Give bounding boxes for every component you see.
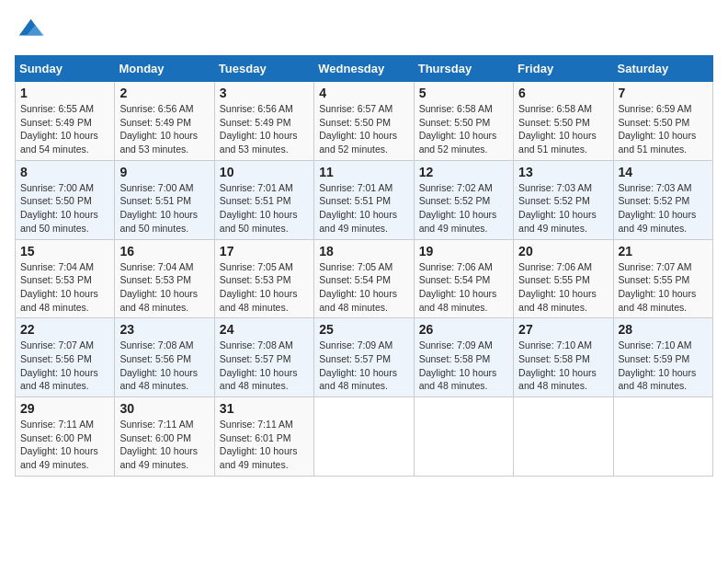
day-number: 1 xyxy=(20,86,109,100)
day-info: Sunrise: 7:02 AM Sunset: 5:52 PM Dayligh… xyxy=(419,181,508,236)
calendar-cell: 5 Sunrise: 6:58 AM Sunset: 5:50 PM Dayli… xyxy=(414,82,513,161)
calendar-cell: 26 Sunrise: 7:09 AM Sunset: 5:58 PM Dayl… xyxy=(414,318,513,397)
calendar-cell: 10 Sunrise: 7:01 AM Sunset: 5:51 PM Dayl… xyxy=(214,160,313,239)
calendar-week-row: 29 Sunrise: 7:11 AM Sunset: 6:00 PM Dayl… xyxy=(16,397,713,477)
day-number: 19 xyxy=(419,244,508,259)
day-info: Sunrise: 7:00 AM Sunset: 5:51 PM Dayligh… xyxy=(119,181,209,236)
calendar-cell: 9 Sunrise: 7:00 AM Sunset: 5:51 PM Dayli… xyxy=(115,160,214,239)
day-info: Sunrise: 6:57 AM Sunset: 5:50 PM Dayligh… xyxy=(319,102,408,156)
calendar-cell: 23 Sunrise: 7:08 AM Sunset: 5:56 PM Dayl… xyxy=(115,318,214,397)
day-info: Sunrise: 6:55 AM Sunset: 5:49 PM Dayligh… xyxy=(20,102,109,156)
day-info: Sunrise: 7:04 AM Sunset: 5:53 PM Dayligh… xyxy=(119,260,209,315)
weekday-header-friday: Friday xyxy=(514,56,613,82)
calendar-cell: 8 Sunrise: 7:00 AM Sunset: 5:50 PM Dayli… xyxy=(16,160,115,239)
calendar-cell: 17 Sunrise: 7:05 AM Sunset: 5:53 PM Dayl… xyxy=(214,239,313,318)
day-info: Sunrise: 7:07 AM Sunset: 5:56 PM Dayligh… xyxy=(20,339,109,393)
day-number: 27 xyxy=(518,322,608,337)
day-number: 14 xyxy=(619,165,708,179)
calendar-cell: 13 Sunrise: 7:03 AM Sunset: 5:52 PM Dayl… xyxy=(514,160,613,239)
day-number: 15 xyxy=(20,244,109,259)
day-info: Sunrise: 7:01 AM Sunset: 5:51 PM Dayligh… xyxy=(319,181,408,236)
weekday-header-monday: Monday xyxy=(115,56,214,82)
day-info: Sunrise: 7:11 AM Sunset: 6:00 PM Dayligh… xyxy=(119,418,209,472)
day-number: 3 xyxy=(220,86,309,100)
day-number: 12 xyxy=(419,165,508,179)
calendar-cell: 30 Sunrise: 7:11 AM Sunset: 6:00 PM Dayl… xyxy=(115,397,214,477)
day-info: Sunrise: 7:09 AM Sunset: 5:58 PM Dayligh… xyxy=(419,339,508,393)
calendar-cell: 11 Sunrise: 7:01 AM Sunset: 5:51 PM Dayl… xyxy=(314,160,414,239)
calendar-cell: 6 Sunrise: 6:58 AM Sunset: 5:50 PM Dayli… xyxy=(514,82,613,161)
day-info: Sunrise: 7:10 AM Sunset: 5:58 PM Dayligh… xyxy=(518,339,608,393)
day-number: 9 xyxy=(119,165,209,179)
day-number: 16 xyxy=(119,244,209,259)
calendar-header-row: SundayMondayTuesdayWednesdayThursdayFrid… xyxy=(16,56,713,82)
day-number: 23 xyxy=(119,322,209,337)
day-info: Sunrise: 6:58 AM Sunset: 5:50 PM Dayligh… xyxy=(518,102,608,156)
day-number: 24 xyxy=(220,322,309,337)
weekday-header-tuesday: Tuesday xyxy=(214,56,313,82)
calendar-cell: 20 Sunrise: 7:06 AM Sunset: 5:55 PM Dayl… xyxy=(514,239,613,318)
day-number: 4 xyxy=(319,86,408,100)
day-info: Sunrise: 7:08 AM Sunset: 5:56 PM Dayligh… xyxy=(119,339,209,393)
day-info: Sunrise: 7:09 AM Sunset: 5:57 PM Dayligh… xyxy=(319,339,408,393)
weekday-header-sunday: Sunday xyxy=(16,56,115,82)
calendar-cell: 14 Sunrise: 7:03 AM Sunset: 5:52 PM Dayl… xyxy=(613,160,712,239)
day-info: Sunrise: 7:11 AM Sunset: 6:01 PM Dayligh… xyxy=(220,418,309,472)
day-info: Sunrise: 7:11 AM Sunset: 6:00 PM Dayligh… xyxy=(20,418,109,472)
calendar-cell: 18 Sunrise: 7:05 AM Sunset: 5:54 PM Dayl… xyxy=(314,239,414,318)
day-info: Sunrise: 6:56 AM Sunset: 5:49 PM Dayligh… xyxy=(119,102,209,156)
day-info: Sunrise: 7:07 AM Sunset: 5:55 PM Dayligh… xyxy=(619,260,708,315)
day-number: 21 xyxy=(619,244,708,259)
calendar-cell: 12 Sunrise: 7:02 AM Sunset: 5:52 PM Dayl… xyxy=(414,160,513,239)
calendar-cell: 27 Sunrise: 7:10 AM Sunset: 5:58 PM Dayl… xyxy=(514,318,613,397)
calendar-cell: 19 Sunrise: 7:06 AM Sunset: 5:54 PM Dayl… xyxy=(414,239,513,318)
calendar-week-row: 15 Sunrise: 7:04 AM Sunset: 5:53 PM Dayl… xyxy=(16,239,713,318)
day-info: Sunrise: 7:08 AM Sunset: 5:57 PM Dayligh… xyxy=(220,339,309,393)
day-number: 2 xyxy=(119,86,209,100)
calendar-cell: 31 Sunrise: 7:11 AM Sunset: 6:01 PM Dayl… xyxy=(214,397,313,477)
calendar-table: SundayMondayTuesdayWednesdayThursdayFrid… xyxy=(15,55,713,477)
day-number: 26 xyxy=(419,322,508,337)
day-info: Sunrise: 7:06 AM Sunset: 5:54 PM Dayligh… xyxy=(419,260,508,315)
day-info: Sunrise: 7:06 AM Sunset: 5:55 PM Dayligh… xyxy=(518,260,608,315)
day-info: Sunrise: 6:58 AM Sunset: 5:50 PM Dayligh… xyxy=(419,102,508,156)
calendar-cell: 22 Sunrise: 7:07 AM Sunset: 5:56 PM Dayl… xyxy=(16,318,115,397)
day-info: Sunrise: 6:56 AM Sunset: 5:49 PM Dayligh… xyxy=(220,102,309,156)
day-info: Sunrise: 7:03 AM Sunset: 5:52 PM Dayligh… xyxy=(619,181,708,236)
calendar-cell: 21 Sunrise: 7:07 AM Sunset: 5:55 PM Dayl… xyxy=(613,239,712,318)
day-number: 31 xyxy=(220,401,309,416)
calendar-cell: 25 Sunrise: 7:09 AM Sunset: 5:57 PM Dayl… xyxy=(314,318,414,397)
day-number: 29 xyxy=(20,401,109,416)
day-info: Sunrise: 7:10 AM Sunset: 5:59 PM Dayligh… xyxy=(619,339,708,393)
day-number: 20 xyxy=(518,244,608,259)
calendar-cell xyxy=(414,397,513,477)
calendar-week-row: 22 Sunrise: 7:07 AM Sunset: 5:56 PM Dayl… xyxy=(16,318,713,397)
day-number: 10 xyxy=(220,165,309,179)
day-number: 8 xyxy=(20,165,109,179)
calendar-cell: 3 Sunrise: 6:56 AM Sunset: 5:49 PM Dayli… xyxy=(214,82,313,161)
day-info: Sunrise: 7:05 AM Sunset: 5:53 PM Dayligh… xyxy=(220,260,309,315)
day-number: 17 xyxy=(220,244,309,259)
day-number: 28 xyxy=(619,322,708,337)
day-number: 11 xyxy=(319,165,408,179)
day-number: 22 xyxy=(20,322,109,337)
calendar-cell xyxy=(514,397,613,477)
calendar-cell: 29 Sunrise: 7:11 AM Sunset: 6:00 PM Dayl… xyxy=(16,397,115,477)
logo xyxy=(15,15,48,44)
calendar-cell xyxy=(314,397,414,477)
calendar-week-row: 8 Sunrise: 7:00 AM Sunset: 5:50 PM Dayli… xyxy=(16,160,713,239)
page-header xyxy=(15,15,713,44)
day-number: 18 xyxy=(319,244,408,259)
weekday-header-thursday: Thursday xyxy=(414,56,513,82)
weekday-header-saturday: Saturday xyxy=(613,56,712,82)
calendar-cell: 15 Sunrise: 7:04 AM Sunset: 5:53 PM Dayl… xyxy=(16,239,115,318)
day-info: Sunrise: 7:05 AM Sunset: 5:54 PM Dayligh… xyxy=(319,260,408,315)
day-number: 30 xyxy=(119,401,209,416)
day-number: 7 xyxy=(619,86,708,100)
calendar-cell: 28 Sunrise: 7:10 AM Sunset: 5:59 PM Dayl… xyxy=(613,318,712,397)
calendar-cell xyxy=(613,397,712,477)
calendar-cell: 16 Sunrise: 7:04 AM Sunset: 5:53 PM Dayl… xyxy=(115,239,214,318)
day-info: Sunrise: 7:04 AM Sunset: 5:53 PM Dayligh… xyxy=(20,260,109,315)
day-number: 6 xyxy=(518,86,608,100)
logo-icon xyxy=(15,15,44,44)
